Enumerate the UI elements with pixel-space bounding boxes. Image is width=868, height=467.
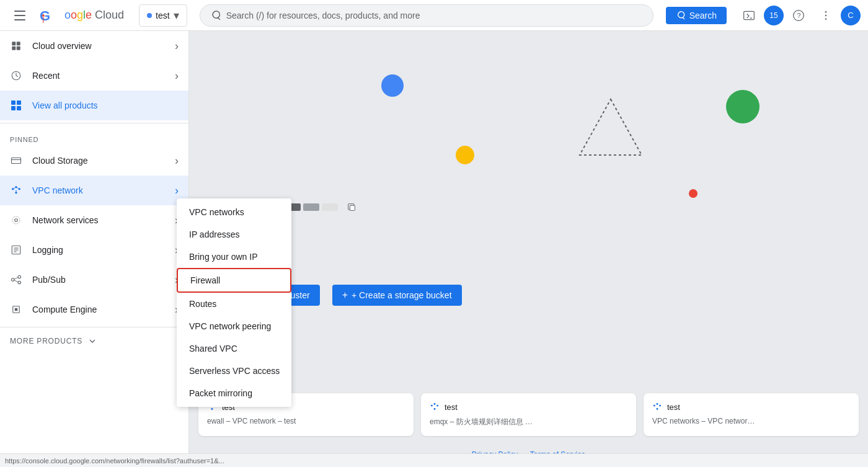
svg-point-7 (825, 14, 827, 16)
google-cloud-logo[interactable]: G oogle Cloud (37, 3, 124, 28)
cloud-overview-icon (10, 40, 22, 52)
card-2-subtitle: emqx – 防火墙规则详细信息 … (430, 417, 627, 427)
sidebar-item-network-services[interactable]: Network services › (0, 205, 188, 235)
view-all-icon (10, 99, 22, 112)
vpc-menu-item-serverless-vpc-access[interactable]: Serverless VPC access (177, 360, 291, 382)
svg-rect-17 (16, 186, 17, 188)
project-dot-icon (147, 13, 152, 18)
logging-icon (10, 244, 22, 256)
sidebar: Cloud overview › Recent › View all produ… (0, 31, 189, 467)
vpc-menu-item-vpc-networks[interactable]: VPC networks (177, 201, 291, 223)
svg-line-33 (14, 280, 18, 282)
vpc-menu-item-vpc-network-peering[interactable]: VPC network peering (177, 315, 291, 337)
card-2-icon (430, 402, 440, 412)
sidebar-item-cloud-overview[interactable]: Cloud overview › (0, 31, 188, 61)
svg-rect-40 (350, 205, 355, 210)
cloud-overview-label: Cloud overview (32, 41, 165, 51)
vpc-menu-item-bring-your-own-ip[interactable]: Bring your own IP (177, 246, 291, 268)
cloud-storage-icon (10, 154, 22, 167)
red-arrow: ↑ (40, 9, 47, 26)
vpc-network-icon (10, 184, 22, 197)
project-selector[interactable]: test ▾ (139, 4, 187, 27)
vpc-dropdown-menu: VPC networks IP addresses Bring your own… (177, 198, 291, 407)
svg-point-30 (18, 275, 21, 278)
svg-line-20 (14, 187, 15, 189)
chevron-down-icon (87, 336, 97, 346)
logging-label: Logging (32, 245, 165, 255)
sidebar-item-view-all[interactable]: View all products (0, 91, 188, 120)
more-products[interactable]: MORE PRODUCTS (0, 330, 188, 352)
sidebar-item-vpc-network[interactable]: VPC network › (0, 176, 188, 205)
deco-circle-yellow (456, 146, 474, 164)
card-3-subtitle: VPC networks – VPC networ… (652, 417, 850, 425)
svg-point-29 (12, 278, 15, 282)
svg-rect-14 (12, 158, 21, 164)
sidebar-item-compute-engine[interactable]: Compute Engine › (0, 295, 188, 324)
sidebar-item-pubsub[interactable]: Pub/Sub › (0, 265, 188, 295)
search-bar[interactable]: Search (/) for resources, docs, products… (200, 4, 653, 27)
svg-rect-49 (653, 405, 655, 407)
copy-right-button[interactable] (343, 198, 360, 216)
recent-cards-row: test ewall – VPC network – test test emq… (198, 393, 859, 436)
svg-line-21 (17, 187, 19, 189)
help-icon: ? (792, 9, 805, 22)
svg-rect-9 (12, 42, 16, 45)
create-storage-button[interactable]: + + Create a storage bucket (332, 285, 462, 306)
svg-line-32 (14, 277, 18, 279)
sidebar-item-recent[interactable]: Recent › (0, 61, 188, 91)
pubsub-label: Pub/Sub (32, 275, 165, 285)
search-button[interactable]: Search (666, 7, 727, 24)
terminal-button[interactable] (737, 3, 761, 28)
vpc-menu-item-firewall[interactable]: Firewall (177, 268, 291, 293)
help-button[interactable]: ? (786, 3, 811, 28)
network-services-label: Network services (32, 215, 165, 225)
recent-card-3[interactable]: test VPC networks – VPC networ… (644, 393, 859, 436)
vpc-menu-item-ip-addresses[interactable]: IP addresses (177, 223, 291, 246)
vpc-menu-item-packet-mirroring[interactable]: Packet mirroring (177, 382, 291, 404)
svg-text:?: ? (797, 12, 801, 19)
vpc-network-label: VPC network (32, 185, 165, 195)
svg-rect-10 (17, 42, 20, 45)
sidebar-item-logging[interactable]: Logging › (0, 235, 188, 265)
svg-rect-35 (15, 308, 18, 311)
pubsub-icon (10, 274, 22, 286)
more-options-button[interactable] (813, 3, 838, 28)
menu-button[interactable] (7, 3, 32, 28)
svg-rect-16 (12, 188, 14, 190)
user-avatar-button[interactable]: C (841, 6, 861, 25)
pid-block-3 (303, 203, 319, 211)
svg-rect-51 (659, 405, 661, 407)
more-products-label: MORE PRODUCTS (10, 337, 82, 345)
vpc-menu-item-shared-vpc[interactable]: Shared VPC (177, 337, 291, 360)
svg-rect-12 (17, 47, 20, 50)
svg-point-31 (18, 281, 21, 284)
svg-rect-50 (657, 403, 658, 405)
search-btn-icon (676, 11, 686, 20)
compute-engine-label: Compute Engine (32, 305, 165, 314)
card-2-title: test (445, 403, 458, 412)
deco-triangle (574, 93, 648, 167)
card-1-subtitle: ewall – VPC network – test (207, 417, 405, 425)
notification-badge[interactable]: 15 (764, 6, 784, 25)
card-3-icon (652, 402, 662, 412)
cloud-storage-chevron-icon: › (175, 154, 179, 167)
pid-block-4 (322, 203, 338, 211)
svg-rect-46 (434, 403, 436, 405)
vpc-menu-item-routes[interactable]: Routes (177, 293, 291, 315)
recent-label: Recent (32, 71, 165, 81)
deco-circle-blue (381, 74, 404, 97)
hamburger-icon (14, 11, 25, 20)
recent-card-2[interactable]: test emqx – 防火墙规则详细信息 … (421, 393, 636, 436)
search-placeholder: Search (/) for resources, docs, products… (226, 11, 643, 20)
svg-rect-45 (431, 405, 433, 407)
svg-marker-36 (580, 99, 642, 155)
card-3-header: test (652, 402, 850, 412)
sidebar-item-cloud-storage[interactable]: Cloud Storage › (0, 146, 188, 176)
svg-rect-52 (657, 408, 658, 410)
terminal-icon (743, 9, 755, 22)
deco-circle-green (726, 90, 760, 123)
search-btn-label: Search (689, 11, 717, 20)
svg-rect-48 (434, 408, 436, 410)
svg-rect-19 (16, 192, 17, 193)
url-bar: https://console.cloud.google.com/network… (0, 453, 868, 467)
